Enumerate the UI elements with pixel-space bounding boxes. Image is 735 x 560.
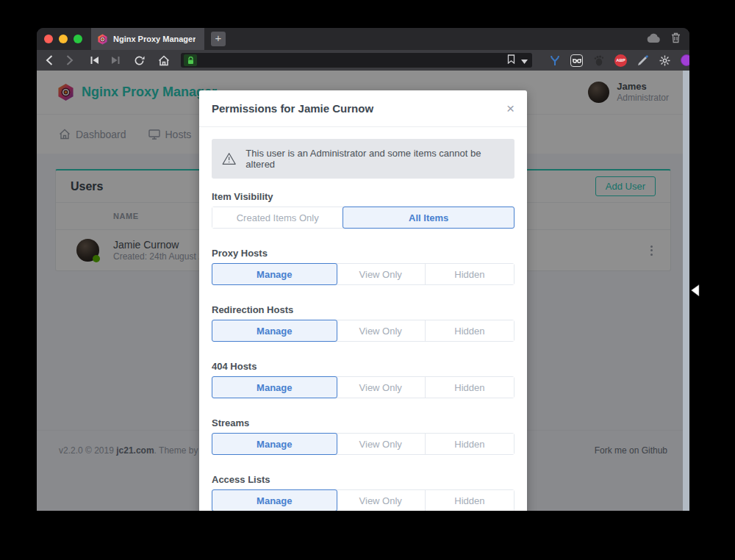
- browser-tab-bar: Nginx Proxy Manager +: [37, 28, 689, 50]
- adblock-plus-icon[interactable]: ABP: [614, 54, 627, 67]
- bookmark-icon[interactable]: [507, 54, 515, 67]
- cloud-icon[interactable]: [647, 32, 661, 46]
- section-404-hosts: 404 Hosts Manage View Only Hidden: [212, 361, 514, 398]
- section-label: 404 Hosts: [212, 361, 514, 372]
- proxy-hosts-options: Manage View Only Hidden: [212, 263, 514, 285]
- option-manage[interactable]: Manage: [212, 489, 337, 511]
- npm-favicon: [97, 34, 108, 45]
- browser-tab[interactable]: Nginx Proxy Manager: [91, 28, 204, 50]
- option-hidden[interactable]: Hidden: [426, 264, 514, 284]
- section-streams: Streams Manage View Only Hidden: [212, 417, 514, 455]
- section-item-visibility: Item Visibility Created Items Only All I…: [212, 191, 514, 229]
- modal-close-button[interactable]: ×: [506, 101, 514, 115]
- admin-alert-text: This user is an Administrator and some i…: [245, 148, 504, 170]
- option-manage[interactable]: Manage: [212, 433, 337, 455]
- mouse-cursor: [691, 284, 700, 300]
- purple-extension-icon[interactable]: [681, 54, 689, 66]
- option-view-only[interactable]: View Only: [337, 264, 426, 284]
- streams-options: Manage View Only Hidden: [212, 433, 514, 455]
- tab-title: Nginx Proxy Manager: [113, 35, 196, 43]
- option-manage[interactable]: Manage: [212, 320, 337, 342]
- modal-title: Permissions for Jamie Curnow: [212, 102, 373, 115]
- option-view-only[interactable]: View Only: [337, 377, 426, 398]
- proxy-switcher-icon[interactable]: [548, 54, 561, 67]
- option-hidden[interactable]: Hidden: [426, 490, 514, 511]
- option-all-items[interactable]: All Items: [343, 207, 514, 229]
- trash-icon[interactable]: [671, 32, 681, 46]
- option-hidden[interactable]: Hidden: [426, 377, 514, 398]
- home-button[interactable]: [157, 54, 171, 67]
- option-manage[interactable]: Manage: [212, 263, 337, 285]
- window-controls: [37, 28, 91, 50]
- reload-button[interactable]: [132, 54, 146, 67]
- back-button[interactable]: [43, 54, 56, 67]
- page-scrollbar[interactable]: [683, 71, 689, 511]
- access-lists-options: Manage View Only Hidden: [212, 489, 514, 511]
- zoom-window-button[interactable]: [74, 35, 82, 43]
- section-redirection-hosts: Redirection Hosts Manage View Only Hidde…: [212, 304, 514, 342]
- section-label: Proxy Hosts: [212, 248, 514, 259]
- dropper-pen-icon[interactable]: [637, 54, 649, 67]
- option-manage[interactable]: Manage: [212, 376, 337, 398]
- close-window-button[interactable]: [44, 35, 53, 43]
- section-label: Redirection Hosts: [212, 304, 514, 315]
- warning-triangle-icon: [222, 152, 236, 165]
- bookmark-caret-icon[interactable]: [521, 54, 528, 67]
- option-created-items-only[interactable]: Created Items Only: [212, 207, 343, 228]
- section-label: Item Visibility: [212, 191, 514, 202]
- section-label: Access Lists: [212, 474, 514, 485]
- browser-toolbar: ABP: [37, 50, 689, 71]
- 404-hosts-options: Manage View Only Hidden: [212, 376, 514, 398]
- redirection-hosts-options: Manage View Only Hidden: [212, 320, 514, 342]
- skip-to-end-icon[interactable]: [109, 54, 122, 67]
- option-hidden[interactable]: Hidden: [426, 434, 514, 454]
- skip-to-start-icon[interactable]: [88, 54, 101, 67]
- item-visibility-options: Created Items Only All Items: [212, 207, 514, 229]
- option-view-only[interactable]: View Only: [337, 490, 426, 511]
- section-proxy-hosts: Proxy Hosts Manage View Only Hidden: [212, 248, 514, 285]
- url-bar[interactable]: [181, 53, 532, 68]
- section-access-lists: Access Lists Manage View Only Hidden: [212, 474, 514, 511]
- minimize-window-button[interactable]: [59, 35, 68, 43]
- option-view-only[interactable]: View Only: [337, 434, 426, 454]
- gear-icon[interactable]: [659, 54, 671, 67]
- new-tab-button[interactable]: +: [211, 32, 226, 46]
- permissions-modal: Permissions for Jamie Curnow × This user…: [199, 90, 527, 511]
- option-hidden[interactable]: Hidden: [426, 320, 514, 341]
- browser-window: Nginx Proxy Manager +: [37, 28, 689, 511]
- forward-button[interactable]: [63, 54, 76, 67]
- page-content: Nginx Proxy Manager James Administrator …: [37, 71, 689, 511]
- screenshot-canvas: Nginx Proxy Manager +: [0, 0, 735, 560]
- admin-alert: This user is an Administrator and some i…: [212, 139, 514, 179]
- section-label: Streams: [212, 417, 514, 428]
- option-view-only[interactable]: View Only: [337, 320, 426, 341]
- gnome-foot-icon[interactable]: [592, 54, 605, 67]
- https-lock-icon[interactable]: [184, 54, 197, 66]
- goggles-extension-icon[interactable]: [570, 54, 583, 67]
- extension-icons: ABP: [548, 54, 689, 67]
